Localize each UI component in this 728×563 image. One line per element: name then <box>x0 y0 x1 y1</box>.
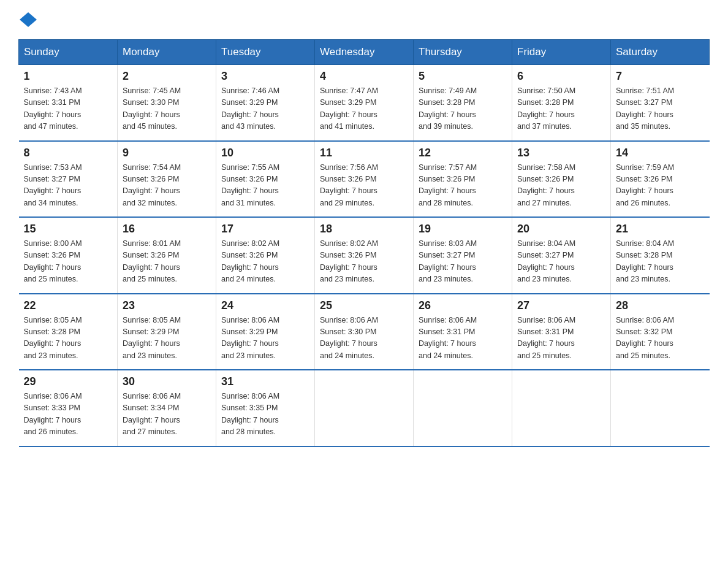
header-cell-tuesday: Tuesday <box>216 40 315 65</box>
calendar-cell: 21 Sunrise: 8:04 AM Sunset: 3:28 PM Dayl… <box>611 217 710 294</box>
day-info: Sunrise: 8:06 AM Sunset: 3:32 PM Dayligh… <box>616 315 705 362</box>
header-cell-wednesday: Wednesday <box>315 40 414 65</box>
day-info: Sunrise: 8:02 AM Sunset: 3:26 PM Dayligh… <box>221 238 309 286</box>
day-info: Sunrise: 8:00 AM Sunset: 3:26 PM Dayligh… <box>24 238 113 286</box>
day-info: Sunrise: 7:58 AM Sunset: 3:26 PM Dayligh… <box>517 162 605 210</box>
day-info: Sunrise: 8:06 AM Sunset: 3:33 PM Dayligh… <box>24 391 113 439</box>
calendar-cell <box>414 370 512 446</box>
day-info: Sunrise: 7:50 AM Sunset: 3:28 PM Dayligh… <box>517 85 605 133</box>
day-number: 22 <box>24 299 113 312</box>
calendar-cell: 31 Sunrise: 8:06 AM Sunset: 3:35 PM Dayl… <box>216 370 315 446</box>
header-cell-friday: Friday <box>512 40 611 65</box>
calendar-cell: 2 Sunrise: 7:45 AM Sunset: 3:30 PM Dayli… <box>118 65 216 141</box>
day-info: Sunrise: 7:55 AM Sunset: 3:26 PM Dayligh… <box>221 162 309 210</box>
day-number: 21 <box>616 223 705 236</box>
day-info: Sunrise: 8:06 AM Sunset: 3:34 PM Dayligh… <box>123 391 211 439</box>
calendar-cell: 8 Sunrise: 7:53 AM Sunset: 3:27 PM Dayli… <box>19 141 118 218</box>
header-cell-sunday: Sunday <box>19 40 118 65</box>
logo <box>18 12 37 27</box>
calendar-cell: 10 Sunrise: 7:55 AM Sunset: 3:26 PM Dayl… <box>216 141 315 218</box>
page-header <box>18 12 710 27</box>
day-info: Sunrise: 7:57 AM Sunset: 3:26 PM Dayligh… <box>419 162 507 210</box>
calendar-cell: 23 Sunrise: 8:05 AM Sunset: 3:29 PM Dayl… <box>118 294 216 370</box>
day-number: 28 <box>616 299 705 312</box>
day-number: 30 <box>123 375 211 388</box>
day-info: Sunrise: 8:06 AM Sunset: 3:31 PM Dayligh… <box>419 315 507 362</box>
logo-flag-icon <box>20 12 37 27</box>
day-number: 12 <box>419 147 507 159</box>
day-number: 15 <box>24 223 113 236</box>
day-number: 8 <box>24 147 113 159</box>
calendar-body: 1 Sunrise: 7:43 AM Sunset: 3:31 PM Dayli… <box>19 65 710 446</box>
day-info: Sunrise: 7:47 AM Sunset: 3:29 PM Dayligh… <box>320 85 408 133</box>
calendar-week-5: 29 Sunrise: 8:06 AM Sunset: 3:33 PM Dayl… <box>19 370 710 446</box>
day-info: Sunrise: 8:04 AM Sunset: 3:28 PM Dayligh… <box>616 238 705 286</box>
header-cell-monday: Monday <box>118 40 216 65</box>
day-number: 2 <box>123 70 211 83</box>
day-number: 1 <box>24 70 113 83</box>
calendar-cell: 5 Sunrise: 7:49 AM Sunset: 3:28 PM Dayli… <box>414 65 512 141</box>
day-number: 26 <box>419 299 507 312</box>
calendar-cell <box>315 370 414 446</box>
day-info: Sunrise: 8:05 AM Sunset: 3:28 PM Dayligh… <box>24 315 113 362</box>
day-number: 16 <box>123 223 211 236</box>
calendar-cell: 13 Sunrise: 7:58 AM Sunset: 3:26 PM Dayl… <box>512 141 611 218</box>
day-number: 31 <box>221 375 309 388</box>
calendar-cell: 25 Sunrise: 8:06 AM Sunset: 3:30 PM Dayl… <box>315 294 414 370</box>
calendar-cell: 7 Sunrise: 7:51 AM Sunset: 3:27 PM Dayli… <box>611 65 710 141</box>
day-number: 13 <box>517 147 605 159</box>
calendar-cell: 6 Sunrise: 7:50 AM Sunset: 3:28 PM Dayli… <box>512 65 611 141</box>
calendar-cell: 28 Sunrise: 8:06 AM Sunset: 3:32 PM Dayl… <box>611 294 710 370</box>
calendar-cell: 1 Sunrise: 7:43 AM Sunset: 3:31 PM Dayli… <box>19 65 118 141</box>
day-number: 9 <box>123 147 211 159</box>
calendar-cell: 26 Sunrise: 8:06 AM Sunset: 3:31 PM Dayl… <box>414 294 512 370</box>
day-number: 6 <box>517 70 605 83</box>
calendar-cell: 14 Sunrise: 7:59 AM Sunset: 3:26 PM Dayl… <box>611 141 710 218</box>
calendar-cell: 16 Sunrise: 8:01 AM Sunset: 3:26 PM Dayl… <box>118 217 216 294</box>
day-number: 14 <box>616 147 705 159</box>
day-number: 4 <box>320 70 408 83</box>
day-number: 3 <box>221 70 309 83</box>
day-number: 10 <box>221 147 309 159</box>
day-info: Sunrise: 8:06 AM Sunset: 3:29 PM Dayligh… <box>221 315 309 362</box>
day-info: Sunrise: 8:05 AM Sunset: 3:29 PM Dayligh… <box>123 315 211 362</box>
header-row: SundayMondayTuesdayWednesdayThursdayFrid… <box>19 40 710 65</box>
calendar-cell: 27 Sunrise: 8:06 AM Sunset: 3:31 PM Dayl… <box>512 294 611 370</box>
calendar-cell: 24 Sunrise: 8:06 AM Sunset: 3:29 PM Dayl… <box>216 294 315 370</box>
day-number: 17 <box>221 223 309 236</box>
day-info: Sunrise: 7:51 AM Sunset: 3:27 PM Dayligh… <box>616 85 705 133</box>
day-info: Sunrise: 8:04 AM Sunset: 3:27 PM Dayligh… <box>517 238 605 286</box>
day-info: Sunrise: 8:06 AM Sunset: 3:30 PM Dayligh… <box>320 315 408 362</box>
day-number: 27 <box>517 299 605 312</box>
day-info: Sunrise: 7:46 AM Sunset: 3:29 PM Dayligh… <box>221 85 309 133</box>
day-number: 11 <box>320 147 408 159</box>
day-info: Sunrise: 7:54 AM Sunset: 3:26 PM Dayligh… <box>123 162 211 210</box>
header-cell-thursday: Thursday <box>414 40 512 65</box>
day-number: 5 <box>419 70 507 83</box>
day-info: Sunrise: 7:43 AM Sunset: 3:31 PM Dayligh… <box>24 85 113 133</box>
calendar-cell: 19 Sunrise: 8:03 AM Sunset: 3:27 PM Dayl… <box>414 217 512 294</box>
day-info: Sunrise: 8:01 AM Sunset: 3:26 PM Dayligh… <box>123 238 211 286</box>
day-info: Sunrise: 7:59 AM Sunset: 3:26 PM Dayligh… <box>616 162 705 210</box>
day-info: Sunrise: 8:06 AM Sunset: 3:31 PM Dayligh… <box>517 315 605 362</box>
calendar-cell: 17 Sunrise: 8:02 AM Sunset: 3:26 PM Dayl… <box>216 217 315 294</box>
day-number: 25 <box>320 299 408 312</box>
day-info: Sunrise: 8:02 AM Sunset: 3:26 PM Dayligh… <box>320 238 408 286</box>
day-number: 29 <box>24 375 113 388</box>
calendar-week-3: 15 Sunrise: 8:00 AM Sunset: 3:26 PM Dayl… <box>19 217 710 294</box>
day-number: 18 <box>320 223 408 236</box>
day-info: Sunrise: 7:45 AM Sunset: 3:30 PM Dayligh… <box>123 85 211 133</box>
day-number: 23 <box>123 299 211 312</box>
calendar-week-4: 22 Sunrise: 8:05 AM Sunset: 3:28 PM Dayl… <box>19 294 710 370</box>
calendar-cell: 15 Sunrise: 8:00 AM Sunset: 3:26 PM Dayl… <box>19 217 118 294</box>
calendar-cell: 11 Sunrise: 7:56 AM Sunset: 3:26 PM Dayl… <box>315 141 414 218</box>
day-info: Sunrise: 7:49 AM Sunset: 3:28 PM Dayligh… <box>419 85 507 133</box>
calendar-cell: 29 Sunrise: 8:06 AM Sunset: 3:33 PM Dayl… <box>19 370 118 446</box>
calendar-cell: 9 Sunrise: 7:54 AM Sunset: 3:26 PM Dayli… <box>118 141 216 218</box>
calendar-cell: 3 Sunrise: 7:46 AM Sunset: 3:29 PM Dayli… <box>216 65 315 141</box>
calendar-cell: 12 Sunrise: 7:57 AM Sunset: 3:26 PM Dayl… <box>414 141 512 218</box>
calendar-week-2: 8 Sunrise: 7:53 AM Sunset: 3:27 PM Dayli… <box>19 141 710 218</box>
calendar-cell <box>611 370 710 446</box>
calendar-cell: 22 Sunrise: 8:05 AM Sunset: 3:28 PM Dayl… <box>19 294 118 370</box>
calendar-header: SundayMondayTuesdayWednesdayThursdayFrid… <box>19 40 710 65</box>
